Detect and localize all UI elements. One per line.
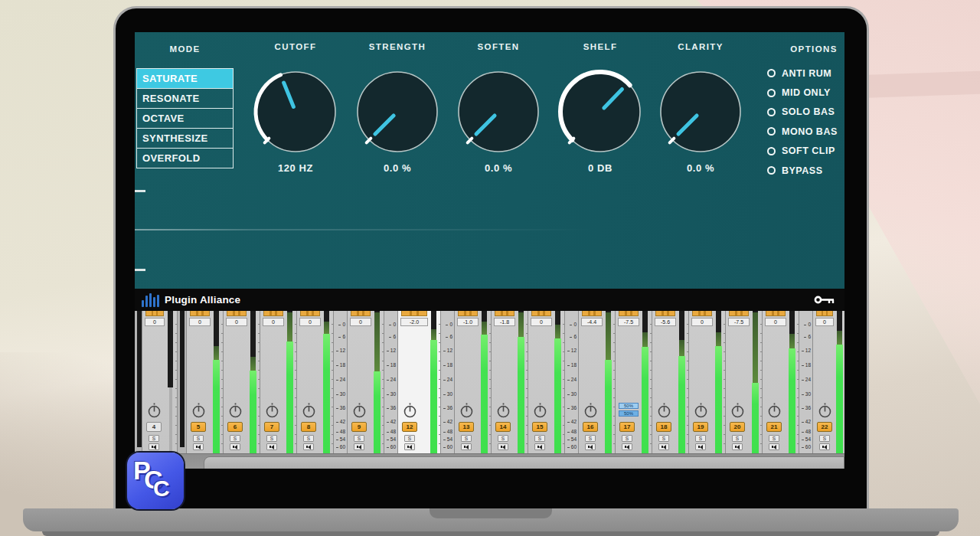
strength-knob[interactable] [353,67,442,156]
volume-value-box[interactable]: 0 [765,318,786,326]
clarity-value[interactable]: 0.0 % [656,162,745,174]
pan-knob[interactable] [459,403,474,418]
speaker-button[interactable] [769,443,779,450]
solo-button[interactable]: S [354,435,364,442]
volume-value-box[interactable]: 0 [189,318,211,326]
crossfade-box[interactable] [263,311,283,316]
send-amount-box[interactable]: 50% [619,403,639,409]
volume-value-box[interactable]: -1.8 [494,318,515,326]
pan-knob[interactable] [730,403,745,418]
track-number-button[interactable]: 13 [459,422,474,432]
track-number-button[interactable]: 12 [402,422,417,432]
shelf-value[interactable]: 0 DB [556,162,645,174]
crossfade-box[interactable] [816,311,833,316]
solo-button[interactable]: S [622,435,632,442]
scrollbar-handle[interactable] [204,456,844,469]
crossfade-box[interactable] [766,311,786,316]
option-bypass[interactable]: BYPASS [767,161,838,180]
radio-icon[interactable] [767,166,776,175]
volume-value-box[interactable]: -1.0 [457,318,479,326]
option-anti-rum[interactable]: ANTI RUM [767,64,838,83]
volume-value-box[interactable]: 0 [145,318,165,326]
crossfade-box[interactable] [692,311,712,316]
solo-button[interactable]: S [732,435,743,442]
solo-button[interactable]: S [695,435,706,442]
track-number-button[interactable]: 22 [817,422,832,432]
solo-button[interactable]: S [461,435,472,442]
speaker-button[interactable] [149,443,159,450]
soften-knob[interactable] [454,67,543,156]
option-solo-bas[interactable]: SOLO BAS [767,103,838,122]
volume-value-box[interactable]: 0 [226,318,247,326]
track-number-button[interactable]: 17 [619,422,635,432]
pan-knob[interactable] [496,403,511,418]
solo-button[interactable]: S [149,435,159,442]
track-number-button[interactable]: 20 [730,422,745,432]
crossfade-box[interactable] [351,311,371,316]
cutoff-value[interactable]: 120 HZ [251,162,340,174]
volume-value-box[interactable]: 0 [531,318,552,326]
volume-value-box[interactable]: -2.0 [400,318,428,326]
solo-button[interactable]: S [266,435,277,442]
radio-icon[interactable] [767,108,776,116]
track-number-button[interactable]: 6 [227,422,243,432]
volume-value-box[interactable]: 0 [815,318,834,326]
speaker-button[interactable] [193,443,204,450]
pan-knob[interactable] [403,403,417,418]
mode-item-octave[interactable]: OCTAVE [136,108,234,129]
crossfade-box[interactable] [582,311,602,316]
speaker-button[interactable] [303,443,314,450]
pan-knob[interactable] [818,403,832,418]
pan-knob[interactable] [228,403,243,418]
pan-knob[interactable] [583,403,598,418]
speaker-button[interactable] [266,443,277,450]
speaker-button[interactable] [732,443,743,450]
pan-knob[interactable] [657,403,671,418]
pan-knob[interactable] [533,403,547,418]
mode-item-saturate[interactable]: SATURATE [136,68,234,89]
volume-value-box[interactable]: 0 [263,318,284,326]
radio-icon[interactable] [767,89,776,97]
volume-value-box[interactable]: -4.4 [581,318,603,326]
track-number-button[interactable]: 21 [766,422,782,432]
volume-value-box[interactable]: -5.6 [655,318,676,326]
speaker-button[interactable] [819,443,830,450]
crossfade-box[interactable] [729,311,749,316]
radio-icon[interactable] [767,127,776,136]
solo-button[interactable]: S [404,435,415,442]
speaker-button[interactable] [404,443,415,450]
volume-value-box[interactable]: -7.5 [618,318,639,326]
pan-knob[interactable] [265,403,279,418]
volume-value-box[interactable]: -7.5 [728,318,750,326]
mode-item-resonate[interactable]: RESONATE [136,88,234,109]
track-number-button[interactable]: 9 [351,422,367,432]
pan-knob[interactable] [147,403,162,418]
option-mono-bas[interactable]: MONO BAS [767,122,838,141]
volume-value-box[interactable]: 0 [299,318,321,326]
track-number-button[interactable]: 18 [656,422,671,432]
crossfade-box[interactable] [401,311,427,316]
solo-button[interactable]: S [534,435,545,442]
solo-button[interactable]: S [585,435,596,442]
speaker-button[interactable] [230,443,240,450]
solo-button[interactable]: S [193,435,204,442]
mode-item-overfold[interactable]: OVERFOLD [136,148,234,168]
option-mid-only[interactable]: MID ONLY [767,83,838,102]
solo-button[interactable]: S [819,435,830,442]
crossfade-box[interactable] [458,311,478,316]
track-number-button[interactable]: 8 [301,422,316,432]
volume-value-box[interactable]: 0 [350,318,371,326]
speaker-button[interactable] [658,443,669,450]
soften-value[interactable]: 0.0 % [454,162,543,174]
track-number-button[interactable]: 19 [693,422,708,432]
volume-value-box[interactable]: 0 [691,318,713,326]
clarity-knob[interactable] [656,67,745,156]
radio-icon[interactable] [767,69,776,77]
strength-value[interactable]: 0.0 % [353,162,442,174]
shelf-knob[interactable] [556,67,645,156]
mode-item-synthesize[interactable]: SYNTHESIZE [136,128,234,149]
solo-button[interactable]: S [230,435,240,442]
speaker-button[interactable] [461,443,472,450]
solo-button[interactable]: S [303,435,314,442]
mixer-scrollbar[interactable] [135,453,844,469]
